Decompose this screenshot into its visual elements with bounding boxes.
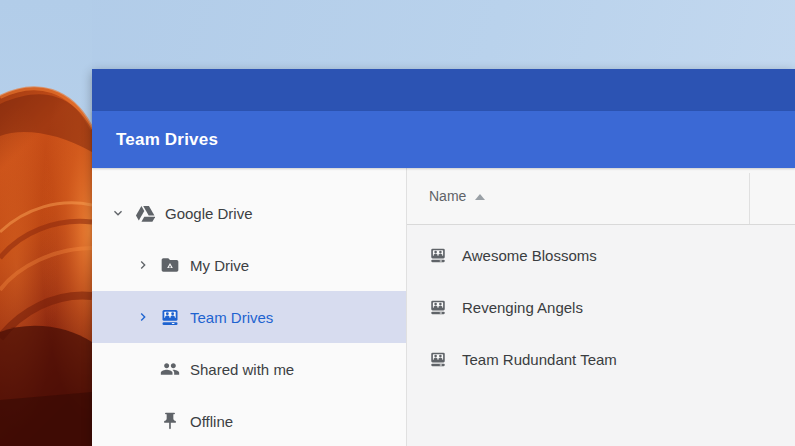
- pin-icon: [160, 411, 180, 431]
- window-titlebar[interactable]: [92, 69, 795, 111]
- sidebar-item-label: Google Drive: [165, 205, 253, 222]
- chevron-right-icon[interactable]: [135, 309, 151, 325]
- sidebar-item-offline[interactable]: Offline: [92, 395, 406, 446]
- chevron-right-icon[interactable]: [135, 257, 151, 273]
- sidebar-item-google-drive[interactable]: Google Drive: [92, 187, 406, 239]
- sidebar-item-team-drives[interactable]: Team Drives: [92, 291, 406, 343]
- sidebar-item-label: Offline: [190, 413, 233, 430]
- sidebar-item-my-drive[interactable]: My Drive: [92, 239, 406, 291]
- file-row-team-rudundant-team[interactable]: Team Rudundant Team: [407, 333, 795, 385]
- team-drive-icon: [429, 350, 447, 368]
- file-row-revenging-angels[interactable]: Revenging Angels: [407, 281, 795, 333]
- my-drive-folder-icon: [160, 255, 180, 275]
- app-header: Team Drives: [92, 111, 795, 168]
- sidebar: Google Drive My Drive Team Drives Shared…: [92, 168, 407, 446]
- column-header-name[interactable]: Name: [407, 168, 795, 225]
- sidebar-item-label: Team Drives: [190, 309, 273, 326]
- column-divider: [749, 173, 750, 224]
- canyon-wallpaper: [0, 0, 92, 446]
- file-row-label: Revenging Angels: [462, 299, 583, 316]
- sidebar-item-label: My Drive: [190, 257, 249, 274]
- file-list: Awesome Blossoms Revenging Angels Team R…: [407, 225, 795, 385]
- sidebar-item-shared-with-me[interactable]: Shared with me: [92, 343, 406, 395]
- chevron-down-icon[interactable]: [110, 205, 126, 221]
- team-drive-icon: [160, 307, 180, 327]
- sidebar-item-label: Shared with me: [190, 361, 294, 378]
- page-title: Team Drives: [116, 130, 218, 150]
- team-drive-icon: [429, 246, 447, 264]
- file-row-awesome-blossoms[interactable]: Awesome Blossoms: [407, 229, 795, 281]
- team-drive-icon: [429, 298, 447, 316]
- people-icon: [160, 359, 180, 379]
- column-header-label: Name: [429, 188, 466, 204]
- google-drive-icon: [135, 203, 155, 223]
- file-list-panel: Name Awesome Blossoms Revenging Angels T…: [407, 168, 795, 446]
- files-app-window: Team Drives Google Drive My Drive Team D…: [92, 69, 795, 446]
- file-row-label: Team Rudundant Team: [462, 351, 617, 368]
- sort-ascending-icon: [475, 194, 485, 200]
- file-row-label: Awesome Blossoms: [462, 247, 597, 264]
